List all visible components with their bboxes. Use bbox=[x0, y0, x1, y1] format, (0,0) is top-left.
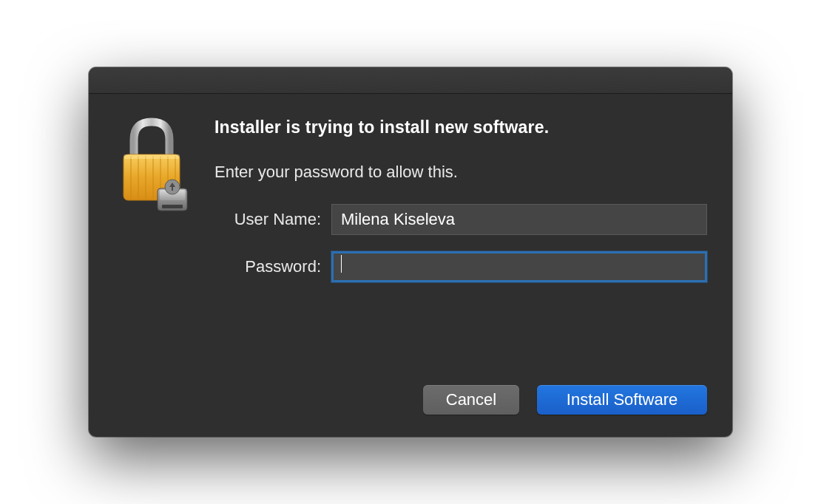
button-row: Cancel Install Software bbox=[423, 385, 707, 415]
dialog-content: Installer is trying to install new softw… bbox=[89, 94, 732, 282]
dialog-heading: Installer is trying to install new softw… bbox=[214, 118, 707, 137]
svg-rect-12 bbox=[162, 205, 183, 208]
password-label: Password: bbox=[214, 257, 331, 276]
username-field[interactable] bbox=[331, 204, 707, 235]
svg-rect-8 bbox=[124, 154, 180, 159]
cancel-button[interactable]: Cancel bbox=[423, 385, 519, 415]
username-row: User Name: bbox=[214, 204, 707, 235]
install-software-button[interactable]: Install Software bbox=[537, 385, 707, 415]
titlebar[interactable] bbox=[89, 67, 732, 94]
password-row: Password: bbox=[214, 251, 707, 282]
icon-column bbox=[114, 116, 195, 282]
auth-dialog: Installer is trying to install new softw… bbox=[89, 67, 732, 437]
dialog-instruction: Enter your password to allow this. bbox=[214, 163, 707, 182]
main-column: Installer is trying to install new softw… bbox=[214, 116, 707, 282]
username-label: User Name: bbox=[214, 210, 331, 229]
lock-icon bbox=[118, 118, 192, 282]
password-field[interactable] bbox=[331, 251, 707, 282]
